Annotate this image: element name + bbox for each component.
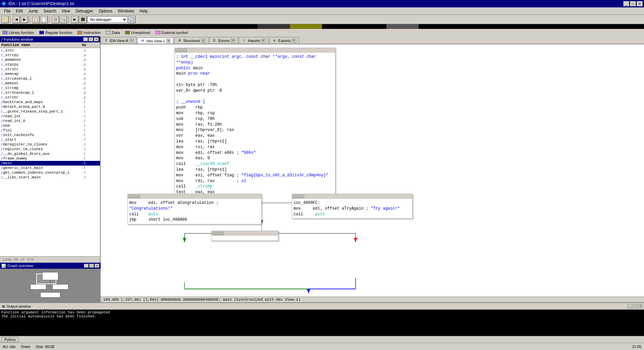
func-row-deregister[interactable]: 𝑓deregister_tm_clones .t <box>0 142 100 147</box>
forward-button[interactable]: ▶ <box>21 16 28 23</box>
debugger-dropdown[interactable]: No debugger <box>87 16 127 23</box>
main-code-block: □ □ □ ; int __cdecl main(int argc, const… <box>174 48 335 203</box>
func-row-strcmp[interactable]: 𝑓_strcmp .p <box>0 86 100 90</box>
func-row-framedummy[interactable]: 𝑓frame_dummy .t <box>0 156 100 161</box>
tab-ida-close[interactable]: ✕ <box>129 39 133 43</box>
graph-close[interactable]: ✕ <box>95 264 99 268</box>
tab-hex-view[interactable]: H Hex View-1 ✕ <box>137 38 173 44</box>
menu-edit[interactable]: Edit <box>13 8 25 14</box>
menu-help[interactable]: Help <box>137 8 151 14</box>
output-maximize[interactable]: □ <box>633 304 637 308</box>
func-row-memset[interactable]: 𝑓_memset .p <box>0 81 100 86</box>
func-row-detach[interactable]: 𝑓detach_arena_part_0 .t <box>0 104 100 109</box>
func-row-genericstart[interactable]: 𝑓generic_start_main .t <box>0 166 100 170</box>
python-tab-button[interactable]: Python <box>1 337 19 342</box>
right-block-btn-1[interactable]: □ <box>293 195 296 198</box>
tab-hex-close[interactable]: ✕ <box>166 39 170 43</box>
col-function-name: Function name <box>1 43 82 47</box>
func-row-initcache[interactable]: 𝑓init_cacheinfo .t <box>0 133 100 137</box>
menu-options[interactable]: Options <box>96 8 115 14</box>
functions-maximize[interactable]: □ <box>89 37 93 41</box>
func-row-start[interactable]: 𝑓_start .t <box>0 137 100 142</box>
paste-button[interactable]: 📄 <box>40 16 48 23</box>
func-row-gconv[interactable]: 𝑓__gconv_release_step_part_1 .t <box>0 109 100 114</box>
search-button[interactable]: 🔍 <box>60 16 67 23</box>
functions-list[interactable]: 𝑓_init .i 𝑓_strcpy .p 𝑓_memmove .p 𝑓_stp… <box>0 48 100 256</box>
func-row-strcasecap[interactable]: 𝑓_strcasecap_l .p <box>0 76 100 81</box>
right-block-btn-2[interactable]: □ <box>297 195 300 198</box>
graph-overview-controls[interactable]: _ □ ✕ <box>84 264 99 268</box>
menu-file[interactable]: File <box>1 8 13 14</box>
tab-import-close[interactable]: ✕ <box>262 39 266 43</box>
functions-titlebar-controls[interactable]: _ □ ✕ <box>83 37 99 41</box>
func-row-memcap[interactable]: 𝑓_memcap .p <box>0 72 100 76</box>
menu-search[interactable]: Search <box>41 8 59 14</box>
minimize-button[interactable]: _ <box>623 1 629 6</box>
right-block-btn-3[interactable]: □ <box>301 195 304 198</box>
tab-enum-close[interactable]: ✕ <box>231 39 235 43</box>
func-row-oom[interactable]: 𝑓oom .t <box>0 123 100 128</box>
func-row-memmove[interactable]: 𝑓_memmove .p <box>0 57 100 62</box>
ida-view-area[interactable]: □ □ □ ; int __cdecl main(int argc, const… <box>101 44 644 302</box>
tab-struct-close[interactable]: ✕ <box>202 39 206 43</box>
hex-button[interactable]: ⬡ <box>52 16 59 23</box>
back-button[interactable]: ◀ <box>13 16 20 23</box>
menu-jump[interactable]: Jump <box>25 8 41 14</box>
tab-structures[interactable]: A Structures ✕ <box>174 37 208 44</box>
menu-view[interactable]: View <box>59 8 73 14</box>
left-block-btn-1[interactable]: □ <box>128 195 132 198</box>
maximize-button[interactable]: □ <box>630 1 636 6</box>
func-row-stpcpy[interactable]: 𝑓_stpcpy .p <box>0 62 100 67</box>
output-close[interactable]: ✕ <box>638 304 643 308</box>
stop-button[interactable]: ⬛ <box>79 16 87 23</box>
func-row-register[interactable]: 𝑓register_tm_clones .t <box>0 147 100 151</box>
func-row-getcommon[interactable]: 𝑓get_common_indeces_constprop_1 .t <box>0 170 100 175</box>
block-btn-3[interactable]: □ <box>183 49 187 52</box>
output-line-2: The initial autoanalysis has been finish… <box>1 314 643 318</box>
func-row-strstr[interactable]: 𝑓_strstr .p <box>0 67 100 72</box>
func-seg-gconv: .t <box>82 110 99 114</box>
func-row-backtrace[interactable]: 𝑓backtrace_and_maps .t <box>0 100 100 104</box>
code-proc-near: main proc near <box>176 71 334 77</box>
graph-maximize[interactable]: □ <box>89 264 94 268</box>
block-btn-1[interactable]: □ <box>175 49 179 52</box>
func-row-strchr[interactable]: 𝑓_strchr .p <box>0 95 100 100</box>
graph-minimize[interactable]: _ <box>84 264 89 268</box>
tab-imports[interactable]: i Imports ✕ <box>239 37 269 44</box>
left-block-btn-2[interactable]: □ <box>132 195 136 198</box>
func-row-strcpy[interactable]: 𝑓_strcpy .p <box>0 53 100 57</box>
title-bar-controls[interactable]: _ □ ✕ <box>623 1 643 6</box>
functions-close[interactable]: ✕ <box>94 37 99 41</box>
open-button[interactable]: 📁 <box>1 16 9 23</box>
func-row-readint0[interactable]: 𝑓read_int_0 .t <box>0 119 100 123</box>
func-row-init[interactable]: 𝑓_init .i <box>0 48 100 53</box>
func-seg-strcasecap: .p <box>82 77 99 81</box>
tab-enums[interactable]: E Enums ✕ <box>209 37 238 44</box>
func-row-libcstart[interactable]: 𝑓__libc_start_main .t <box>0 175 100 180</box>
close-button[interactable]: ✕ <box>637 1 643 6</box>
comment-flag: ; "flag{Upx_1s_n0t_a_d3liv3r_c0mp4ny}" <box>236 173 328 178</box>
func-row-fini[interactable]: 𝑓fini .t <box>0 128 100 133</box>
tab-ida-view[interactable]: f IDA View-A ✕ <box>101 37 137 44</box>
func-row-main[interactable]: 𝑓main .t <box>0 161 100 166</box>
run-button[interactable]: ▶ <box>71 16 78 23</box>
output-controls[interactable]: _ □ ✕ <box>627 304 643 308</box>
menu-windows[interactable]: Windows <box>115 8 137 14</box>
tab-exports[interactable]: e Exports ✕ <box>269 37 299 44</box>
output-minimize[interactable]: _ <box>627 304 632 308</box>
tab-export-close[interactable]: ✕ <box>292 39 296 43</box>
code-loc-4009fc: loc_4009FC: <box>293 200 411 206</box>
block-btn-2[interactable]: □ <box>179 49 183 52</box>
functions-minimize[interactable]: _ <box>83 37 88 41</box>
func-row-readint[interactable]: 𝑓read_int .t <box>0 114 100 119</box>
func-row-strncasecap[interactable]: 𝑓_strncasecap_l .p <box>0 90 100 95</box>
func-row-doglobal[interactable]: 𝑓__do_global_dtors_aux .t <box>0 151 100 156</box>
graph-overview-title: 📊 Graph overview <box>1 264 33 268</box>
copy-button[interactable]: 📋 <box>32 16 40 23</box>
left-block-btn-3[interactable]: □ <box>137 195 140 198</box>
bottom-block-btn-3[interactable]: □ <box>220 232 224 235</box>
menu-debugger[interactable]: Debugger <box>73 8 96 14</box>
bottom-block-btn-1[interactable]: □ <box>212 232 216 235</box>
refresh-button[interactable]: 🔄 <box>128 16 136 23</box>
bottom-block-btn-2[interactable]: □ <box>216 232 220 235</box>
